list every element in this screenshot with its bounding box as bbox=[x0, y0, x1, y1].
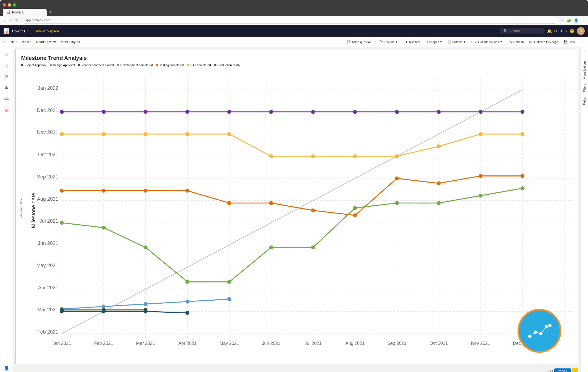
sidebar-item-learn[interactable]: 📖 bbox=[2, 93, 12, 103]
dot-minimize[interactable] bbox=[8, 3, 11, 7]
dot-close[interactable] bbox=[3, 3, 6, 7]
url-bar[interactable]: app.powerbi.com/ bbox=[22, 17, 558, 24]
settings-icon[interactable]: ⚙ bbox=[554, 29, 558, 33]
svg-text:Feb 2021: Feb 2021 bbox=[94, 341, 113, 346]
add-page-button[interactable]: + bbox=[572, 368, 578, 372]
svg-point-81 bbox=[269, 201, 273, 205]
svg-point-67 bbox=[185, 132, 190, 136]
browser-tab-active[interactable]: 📊 Power BI × bbox=[3, 9, 47, 16]
ribbon-text-box[interactable]: T Text box bbox=[403, 39, 422, 45]
sidebar-item-apps[interactable]: ⊞ bbox=[2, 82, 12, 92]
address-bar-container: ‹ › ↻ app.powerbi.com/ ☆ 🧩 👤 ⋮ bbox=[0, 16, 588, 25]
search-box[interactable]: 🔍 Search bbox=[501, 28, 544, 34]
legend-label-vendor-contracts: Vendor contracts closed bbox=[81, 63, 114, 67]
legend-dot-project-approval bbox=[21, 64, 23, 66]
svg-point-108 bbox=[60, 309, 64, 313]
svg-point-89 bbox=[102, 226, 106, 230]
pbi-topbar: 📊 Power BI | My workspace 🔍 Search 🔔 ⚙ ⬇… bbox=[0, 25, 588, 37]
ribbon-view[interactable]: View ▾ bbox=[20, 39, 33, 45]
svg-text:Dec 2021: Dec 2021 bbox=[37, 108, 58, 113]
y-axis-label: Milestone date bbox=[18, 70, 24, 346]
ribbon-reading-view[interactable]: Reading view bbox=[34, 39, 58, 45]
nav-back-button[interactable]: ‹ bbox=[3, 18, 6, 23]
svg-point-92 bbox=[227, 280, 231, 284]
visualizations-panel-label[interactable]: Visualizations bbox=[582, 58, 587, 81]
legend-label-project-approval: Project Approval bbox=[24, 63, 46, 67]
pbi-logo-icon: 📊 bbox=[3, 28, 9, 34]
fields-panel-label[interactable]: Fields bbox=[582, 95, 587, 107]
sidebar-item-home[interactable]: ⌂ bbox=[2, 49, 12, 59]
ribbon-divider-2 bbox=[401, 39, 402, 45]
visual-interactions-icon: ⬡ bbox=[471, 40, 474, 44]
new-tab-button[interactable]: + bbox=[47, 9, 54, 16]
ribbon-ask-question[interactable]: 💬 Ask a question bbox=[345, 39, 374, 45]
nav-forward-button[interactable]: › bbox=[9, 18, 12, 23]
shapes-icon: ◻ bbox=[425, 40, 428, 44]
ribbon-more[interactable]: ··· bbox=[579, 39, 586, 45]
user-avatar[interactable]: U bbox=[577, 27, 585, 35]
svg-text:May 2021: May 2021 bbox=[36, 263, 58, 268]
menu-button[interactable]: ⋮ bbox=[581, 18, 585, 23]
ribbon-visual-interactions[interactable]: ⬡ Visual interactions ▾ bbox=[469, 39, 504, 45]
ribbon-view-label: View bbox=[22, 40, 29, 44]
panel-collapse-icon-2[interactable]: ‹ bbox=[584, 54, 585, 57]
ribbon-refresh[interactable]: ↻ Refresh bbox=[508, 39, 526, 45]
ribbon-explore[interactable]: 🔭 Explore ▾ bbox=[377, 39, 400, 45]
right-panel: › ‹ Visualizations Filters Fields bbox=[580, 47, 588, 372]
svg-point-70 bbox=[311, 154, 315, 158]
dot-maximize[interactable] bbox=[13, 3, 16, 7]
help-icon[interactable]: ? bbox=[565, 29, 567, 33]
bookmark-button[interactable]: ☆ bbox=[560, 18, 565, 23]
page-next-button[interactable]: › bbox=[552, 369, 553, 372]
legend-label-production-ready: Production ready bbox=[217, 63, 240, 67]
svg-point-69 bbox=[269, 154, 273, 158]
workspace-label[interactable]: My workspace bbox=[36, 29, 59, 33]
hamburger-icon[interactable]: ≡ bbox=[2, 39, 7, 45]
ribbon-mobile-layout[interactable]: Mobile layout bbox=[58, 39, 82, 45]
report-canvas: Milestone Trend Analysis Project Approva… bbox=[13, 47, 580, 372]
page-prev-button[interactable]: ‹ bbox=[550, 369, 551, 372]
svg-point-103 bbox=[185, 300, 190, 303]
ribbon-shapes[interactable]: ◻ Shapes ▾ bbox=[423, 39, 444, 45]
tab-close-icon[interactable]: × bbox=[41, 11, 43, 14]
profile-button[interactable]: 👤 bbox=[573, 18, 579, 23]
sidebar-item-profile[interactable]: 👤 bbox=[2, 363, 12, 372]
ribbon-save[interactable]: 💾 Save bbox=[562, 39, 578, 45]
svg-point-79 bbox=[185, 189, 190, 193]
svg-point-52 bbox=[60, 110, 64, 114]
svg-point-59 bbox=[353, 110, 357, 114]
svg-text:Mar 2021: Mar 2021 bbox=[136, 341, 155, 346]
sidebar-item-favorites[interactable]: ☆ bbox=[2, 60, 12, 70]
svg-text:Nov 2021: Nov 2021 bbox=[37, 130, 58, 135]
panel-collapse-icon[interactable]: › bbox=[584, 50, 585, 53]
ribbon-duplicate[interactable]: ⧉ Duplicate this page bbox=[527, 39, 561, 45]
filters-panel-label[interactable]: Filters bbox=[582, 82, 587, 94]
explore-icon: 🔭 bbox=[380, 40, 383, 44]
svg-point-73 bbox=[437, 144, 441, 148]
expand-button[interactable]: ↗ bbox=[546, 369, 549, 372]
chart-legend: Project Approval Design Approval Vendor … bbox=[21, 63, 572, 67]
ribbon-buttons[interactable]: ⬜ Buttons ▾ bbox=[445, 39, 467, 45]
visual-interactions-label: Visual interactions bbox=[475, 40, 499, 44]
page-tab-1[interactable]: Page 1 bbox=[554, 368, 571, 372]
svg-point-62 bbox=[479, 110, 483, 114]
svg-point-96 bbox=[395, 201, 399, 205]
legend-dev-completed: Development completed bbox=[117, 63, 153, 67]
nav-refresh-button[interactable]: ↻ bbox=[14, 18, 19, 23]
svg-point-93 bbox=[269, 245, 273, 249]
notification-icon[interactable]: 🔔 bbox=[547, 29, 552, 33]
app-wrapper: 📊 Power BI | My workspace 🔍 Search 🔔 ⚙ ⬇… bbox=[0, 25, 588, 372]
duplicate-label: Duplicate this page bbox=[533, 40, 558, 44]
feedback-icon[interactable]: 😊 bbox=[570, 29, 574, 33]
svg-text:Jan 2022: Jan 2022 bbox=[38, 85, 58, 91]
download-icon[interactable]: ⬇ bbox=[560, 29, 563, 33]
svg-point-63 bbox=[521, 110, 525, 114]
svg-point-76 bbox=[60, 189, 64, 193]
svg-point-91 bbox=[185, 280, 190, 284]
svg-point-85 bbox=[437, 181, 441, 185]
ribbon-file[interactable]: File ▾ bbox=[7, 39, 19, 45]
sidebar-item-metrics[interactable]: 📊 bbox=[2, 104, 12, 114]
sidebar-item-recent[interactable]: ◷ bbox=[2, 71, 12, 81]
browser-tabs: 📊 Power BI × + bbox=[3, 9, 585, 16]
extension-button[interactable]: 🧩 bbox=[566, 18, 572, 23]
